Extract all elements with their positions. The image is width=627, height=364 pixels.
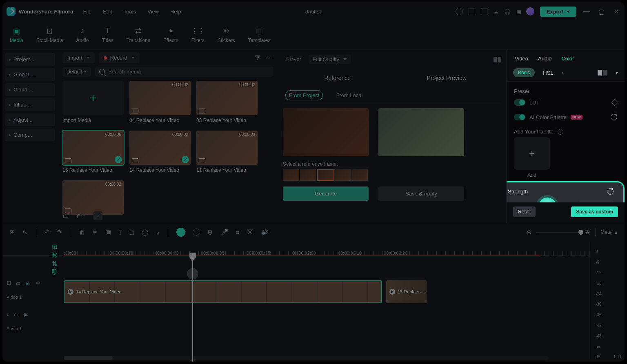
record-status-icon[interactable]: [456, 8, 463, 15]
mask-icon[interactable]: ◯: [142, 229, 149, 236]
add-palette-tile[interactable]: +: [514, 137, 550, 170]
zoom-slider[interactable]: [536, 232, 581, 233]
sort-select[interactable]: Default: [62, 67, 91, 77]
tab-transitions[interactable]: ⇄Transitions: [127, 27, 150, 43]
media-thumb[interactable]: 00:00:03: [196, 131, 258, 165]
reset-button[interactable]: Reset: [513, 206, 536, 217]
media-thumb[interactable]: 00:00:02: [196, 81, 258, 115]
adjust-track-icon[interactable]: ⇅: [52, 260, 57, 268]
collapse-button[interactable]: ‹: [93, 211, 102, 220]
new-folder-icon[interactable]: 🗀: [62, 212, 69, 220]
close-button[interactable]: ✕: [611, 8, 620, 16]
ai-smiley-icon[interactable]: [176, 228, 185, 237]
tree-project[interactable]: Project...: [5, 53, 55, 66]
tab-media[interactable]: ▣Media: [10, 27, 23, 43]
tree-cloud[interactable]: Cloud ...: [5, 83, 55, 96]
media-thumb[interactable]: 00:00:02✓: [129, 131, 191, 165]
mute-icon[interactable]: 🔈: [23, 312, 29, 317]
tab-filters[interactable]: ⋮⋮Filters: [191, 27, 205, 43]
reference-frame-strip[interactable]: [283, 169, 501, 181]
menu-help[interactable]: Help: [170, 9, 181, 15]
mute-icon[interactable]: 🔈: [25, 280, 31, 286]
import-media-tile[interactable]: +: [62, 81, 124, 115]
tracking-icon[interactable]: [193, 229, 200, 236]
tab-audio[interactable]: ♪Audio: [76, 27, 89, 43]
strength-slider-knob[interactable]: [538, 198, 556, 202]
tree-compound[interactable]: Comp...: [5, 129, 55, 141]
tab-titles[interactable]: TTitles: [102, 27, 113, 43]
lut-toggle[interactable]: [514, 99, 525, 106]
more-icon[interactable]: ⋯: [267, 54, 273, 62]
shield-icon[interactable]: ⛨: [207, 229, 213, 236]
project-preview[interactable]: [378, 108, 464, 156]
apps-grid-icon[interactable]: ▦: [516, 9, 520, 15]
cloud-icon[interactable]: ☁: [493, 9, 498, 15]
layout-icon[interactable]: [469, 9, 475, 14]
reset-ai-palette-icon[interactable]: [611, 114, 617, 120]
new-bin-icon[interactable]: 🗀⁺: [76, 212, 86, 220]
pointer-icon[interactable]: ↖: [22, 229, 28, 236]
meter-label[interactable]: Meter ▴: [600, 229, 617, 235]
menu-tools[interactable]: Tools: [124, 9, 136, 15]
tab-effects[interactable]: ✦Effects: [163, 27, 178, 43]
compare-layout-icon[interactable]: [494, 57, 501, 62]
split-icon[interactable]: ✂: [93, 229, 98, 236]
zoom-in-icon[interactable]: ⊕: [585, 229, 590, 236]
magnet-snap-icon[interactable]: [51, 269, 58, 276]
inspector-tab-audio[interactable]: Audio: [538, 55, 551, 62]
timeline-clip[interactable]: 14 Replace Your Video: [64, 280, 382, 303]
media-thumb-selected[interactable]: 00:00:05✓: [62, 131, 124, 165]
redo-icon[interactable]: ↷: [57, 229, 62, 236]
compare-view-icon[interactable]: [598, 70, 607, 75]
timeline-scrollbar[interactable]: [64, 356, 549, 360]
reference-preview[interactable]: [283, 108, 369, 156]
ai-palette-toggle[interactable]: [514, 114, 525, 120]
maximize-button[interactable]: ▢: [597, 8, 606, 16]
device-icon[interactable]: ⌧: [247, 229, 253, 236]
tab-stock-media[interactable]: ⊡Stock Media: [36, 27, 63, 43]
folder-icon[interactable]: 🗀: [16, 281, 20, 286]
track-options-icon[interactable]: ⊞: [52, 243, 57, 251]
headset-icon[interactable]: 🎧: [504, 9, 511, 15]
tree-global[interactable]: Global ...: [5, 68, 55, 81]
save-apply-button[interactable]: Save & Apply: [378, 186, 464, 201]
crop-icon[interactable]: ▣: [105, 229, 111, 236]
shape-icon[interactable]: ◻: [129, 229, 134, 236]
strength-value[interactable]: 60 %: [579, 200, 614, 202]
keyframe-icon[interactable]: [611, 99, 618, 106]
export-button[interactable]: Export: [540, 7, 576, 17]
generate-button[interactable]: Generate: [283, 186, 369, 201]
filter-icon[interactable]: ⧩: [255, 54, 260, 62]
tab-templates[interactable]: ▥Templates: [248, 27, 271, 43]
tree-adjust[interactable]: Adjust...: [5, 113, 55, 126]
text-icon[interactable]: T: [118, 229, 122, 236]
search-input[interactable]: Search media: [95, 67, 273, 77]
source-from-project[interactable]: From Project: [285, 90, 323, 100]
user-avatar[interactable]: [526, 7, 534, 16]
zoom-out-icon[interactable]: ⊖: [527, 229, 532, 236]
menu-view[interactable]: View: [147, 9, 159, 15]
subtab-basic[interactable]: Basic: [513, 68, 535, 77]
menu-file[interactable]: File: [83, 9, 91, 15]
subtab-hsl[interactable]: HSL: [543, 70, 553, 76]
audio-track-head[interactable]: ♪ 🗀 🔈: [7, 312, 60, 317]
chevron-down-icon[interactable]: ▾: [616, 70, 618, 75]
quality-select[interactable]: Full Quality: [309, 55, 351, 64]
media-thumb[interactable]: 00:00:02: [62, 180, 124, 215]
link-icon[interactable]: ⌘: [51, 251, 58, 259]
video-track-head[interactable]: 🎞 🗀 🔈 👁: [7, 280, 60, 286]
track-area[interactable]: ⊞ ⌘ ⇅ :00:00 00:00:00:10 00:00:00:20 00:…: [2, 241, 589, 362]
tree-influencer[interactable]: Influe...: [5, 98, 55, 111]
record-button[interactable]: Record: [99, 52, 140, 63]
folder-icon[interactable]: 🗀: [14, 312, 18, 317]
captions-icon[interactable]: ≡: [236, 229, 240, 236]
import-button[interactable]: Import: [62, 52, 95, 63]
save-icon[interactable]: [481, 9, 487, 14]
help-icon[interactable]: ?: [558, 129, 563, 135]
playhead[interactable]: [192, 257, 193, 362]
delete-icon[interactable]: 🗑: [79, 229, 85, 236]
inspector-tab-video[interactable]: Video: [515, 55, 528, 62]
tab-stickers[interactable]: ☺Stickers: [218, 27, 235, 43]
mic-icon[interactable]: 🎤: [221, 229, 229, 236]
inspector-tab-color[interactable]: Color: [561, 55, 574, 62]
